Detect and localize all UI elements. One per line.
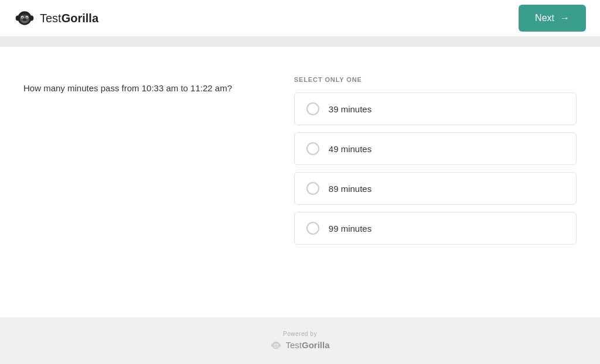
footer-logo: TestGorilla [270, 339, 329, 351]
footer-logo-icon [270, 339, 282, 351]
option-item-1[interactable]: 39 minutes [294, 92, 577, 125]
option-label-2: 49 minutes [329, 144, 371, 154]
answer-side: SELECT ONLY ONE 39 minutes49 minutes89 m… [294, 76, 577, 245]
svg-point-19 [277, 344, 278, 345]
svg-point-8 [26, 17, 28, 18]
svg-point-18 [275, 344, 275, 345]
option-item-3[interactable]: 89 minutes [294, 172, 577, 205]
arrow-right-icon: → [560, 13, 570, 23]
svg-point-13 [271, 344, 274, 346]
select-label: SELECT ONLY ONE [294, 76, 577, 83]
powered-by-label: Powered by [283, 331, 317, 337]
header-separator [0, 36, 600, 47]
svg-point-10 [23, 19, 25, 20]
logo: TestGorilla [14, 8, 98, 29]
option-item-2[interactable]: 49 minutes [294, 132, 577, 165]
next-button[interactable]: Next → [519, 5, 586, 32]
logo-text: TestGorilla [40, 12, 98, 25]
question-text: How many minutes pass from 10:33 am to 1… [23, 82, 259, 95]
option-label-1: 39 minutes [329, 104, 371, 114]
svg-point-3 [29, 16, 33, 21]
logo-icon [14, 8, 35, 29]
question-side: How many minutes pass from 10:33 am to 1… [23, 76, 259, 245]
header: TestGorilla Next → [0, 0, 600, 36]
svg-point-2 [16, 16, 20, 21]
option-label-3: 89 minutes [329, 184, 371, 194]
svg-point-20 [275, 345, 278, 347]
svg-point-14 [279, 344, 281, 346]
footer-content: Powered by TestGorilla [270, 331, 329, 351]
svg-point-7 [22, 17, 23, 18]
option-label-4: 99 minutes [329, 224, 371, 233]
main-content: How many minutes pass from 10:33 am to 1… [0, 47, 600, 317]
content-wrapper: How many minutes pass from 10:33 am to 1… [23, 76, 577, 245]
option-item-4[interactable]: 99 minutes [294, 212, 577, 245]
radio-circle-1 [306, 102, 319, 115]
radio-circle-4 [306, 222, 319, 235]
svg-point-11 [25, 19, 26, 20]
radio-circle-3 [306, 182, 319, 195]
radio-circle-2 [306, 142, 319, 155]
footer-logo-text: TestGorilla [285, 340, 329, 350]
options-list: 39 minutes49 minutes89 minutes99 minutes [294, 92, 577, 245]
footer: Powered by TestGorilla [0, 317, 600, 364]
